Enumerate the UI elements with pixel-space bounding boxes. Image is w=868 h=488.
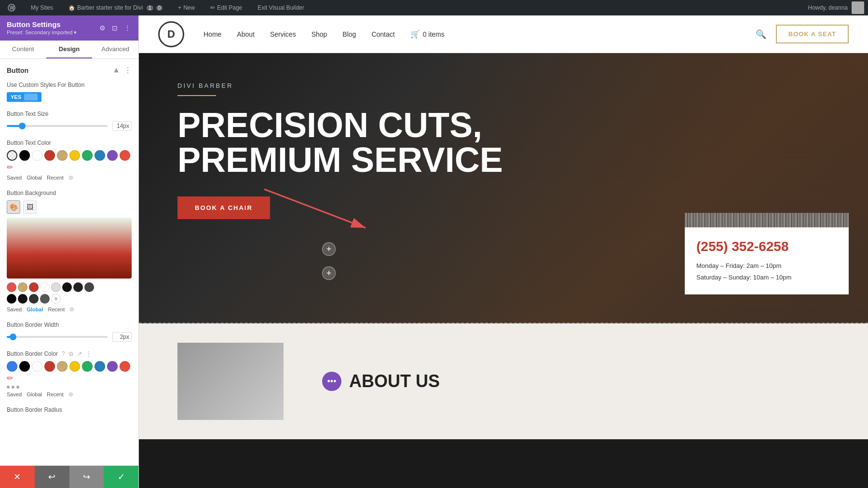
bg-swatch-gray[interactable] — [40, 294, 50, 304]
bg-swatch-darkgray1[interactable] — [73, 282, 83, 292]
section-collapse-icon[interactable]: ▲ — [112, 66, 120, 75]
text-size-thumb[interactable] — [19, 123, 26, 129]
border-color-green[interactable] — [82, 361, 93, 372]
bg-global[interactable]: Global — [27, 307, 43, 313]
border-color-highlight[interactable] — [7, 361, 17, 372]
bg-color-btn[interactable]: 🎨 — [7, 200, 20, 214]
border-color-gold[interactable] — [57, 361, 68, 372]
border-color-copy[interactable]: ⧉ — [69, 350, 73, 357]
border-width-value[interactable]: 2px — [112, 332, 132, 342]
border-color-pen-icon[interactable]: ✏ — [7, 374, 13, 383]
bg-swatch-darkgray2[interactable] — [84, 282, 94, 292]
hero-divider — [177, 95, 216, 96]
panel-expand-icon[interactable]: ⊡ — [110, 24, 119, 32]
save-button[interactable]: ✓ — [104, 466, 138, 488]
text-color-white[interactable] — [32, 150, 42, 161]
bg-swatch-nearblack[interactable] — [62, 282, 72, 292]
tab-design[interactable]: Design — [46, 41, 93, 58]
nav-about[interactable]: About — [237, 30, 255, 38]
nav-home[interactable]: Home — [203, 30, 221, 38]
main-layout: Button Settings Preset: Secondary import… — [0, 15, 868, 488]
edit-page-item[interactable]: ✏ Edit Page — [206, 0, 246, 15]
border-color-white[interactable] — [32, 361, 42, 372]
panel-settings-icon[interactable]: ⚙ — [98, 24, 107, 32]
border-color-black[interactable] — [19, 361, 30, 372]
text-color-transparent[interactable] — [7, 150, 17, 161]
border-color-purple[interactable] — [107, 361, 118, 372]
bg-swatch-add[interactable]: + — [51, 294, 61, 304]
bg-swatch-white[interactable] — [40, 282, 50, 292]
my-sites-item[interactable]: My Sites — [27, 0, 57, 15]
add-section-button-2[interactable]: + — [322, 266, 336, 280]
text-color-global[interactable]: Global — [27, 175, 42, 181]
bg-swatch-black3[interactable] — [29, 294, 39, 304]
text-size-value[interactable]: 14px — [112, 121, 132, 131]
section-more-icon[interactable]: ⋮ — [124, 66, 132, 75]
phone-number[interactable]: (255) 352-6258 — [696, 239, 837, 254]
border-recent[interactable]: Recent — [47, 391, 64, 398]
border-color-yellow[interactable] — [69, 361, 80, 372]
text-color-saved[interactable]: Saved — [7, 175, 22, 181]
bg-swatch-black1[interactable] — [7, 294, 16, 304]
bg-label: Button Background — [7, 190, 132, 196]
text-color-row: Button Text Color ✏ Saved Global — [7, 139, 132, 181]
nav-shop[interactable]: Shop — [312, 30, 327, 38]
book-seat-button[interactable]: BOOK A SEAT — [776, 25, 849, 43]
tab-content[interactable]: Content — [0, 41, 46, 58]
nav-contact[interactable]: Contact — [371, 30, 394, 38]
search-icon[interactable]: 🔍 — [756, 29, 766, 40]
cancel-button[interactable]: ✕ — [0, 466, 35, 488]
bg-image-btn[interactable]: 🖼 — [23, 200, 37, 214]
border-width-thumb[interactable] — [10, 334, 16, 340]
text-color-coral[interactable] — [120, 150, 130, 161]
text-color-purple[interactable] — [107, 150, 118, 161]
text-color-black[interactable] — [19, 150, 30, 161]
panel-close-icon[interactable]: ⋮ — [123, 24, 132, 32]
border-saved[interactable]: Saved — [7, 391, 22, 398]
bg-recent[interactable]: Recent — [48, 307, 65, 313]
site-nav: D Home About Services Shop Blog Contact … — [139, 15, 868, 53]
section-header: Button ▲ ⋮ — [7, 66, 132, 75]
add-btn-2-container: + — [322, 262, 336, 285]
text-color-recent[interactable]: Recent — [47, 175, 64, 181]
text-color-yellow[interactable] — [69, 150, 80, 161]
bg-color-picker[interactable] — [7, 218, 132, 279]
text-color-blue[interactable] — [95, 150, 105, 161]
text-color-red[interactable] — [44, 150, 55, 161]
text-color-green[interactable] — [82, 150, 93, 161]
exit-builder-item[interactable]: Exit Visual Builder — [254, 0, 308, 15]
text-color-pen-icon[interactable]: ✏ — [7, 163, 13, 172]
cart-area[interactable]: 🛒 0 items — [410, 29, 445, 39]
border-color-more[interactable]: ⋮ — [86, 350, 92, 357]
nav-services[interactable]: Services — [270, 30, 296, 38]
site-title-item[interactable]: 🏠 Barber starter site for Divi 1 0 — [65, 0, 166, 15]
bg-swatch-coral[interactable] — [7, 282, 16, 292]
wp-logo-item[interactable]: W — [4, 0, 19, 15]
border-color-red[interactable] — [44, 361, 55, 372]
border-global[interactable]: Global — [27, 391, 42, 398]
add-section-button-1[interactable]: + — [322, 242, 336, 256]
bg-swatch-lightgray[interactable] — [51, 282, 61, 292]
bg-swatch-red[interactable] — [29, 282, 39, 292]
right-content: D Home About Services Shop Blog Contact … — [139, 15, 868, 488]
text-color-gear[interactable]: ⚙ — [68, 175, 73, 181]
border-gear[interactable]: ⚙ — [68, 391, 73, 398]
bg-swatch-black2[interactable] — [18, 294, 27, 304]
bg-swatch-gold[interactable] — [18, 282, 27, 292]
border-color-coral[interactable] — [120, 361, 130, 372]
bg-small-swatches — [7, 282, 132, 292]
book-chair-button[interactable]: BOOK A CHAIR — [177, 196, 270, 219]
border-color-link[interactable]: ↗ — [77, 350, 82, 357]
tab-advanced[interactable]: Advanced — [92, 41, 138, 58]
custom-styles-toggle[interactable]: YES — [7, 92, 41, 102]
undo-button[interactable]: ↩ — [35, 466, 69, 488]
new-item[interactable]: + New — [174, 0, 199, 15]
redo-button[interactable]: ↪ — [69, 466, 104, 488]
panel-header-icons: ⚙ ⊡ ⋮ — [98, 24, 132, 32]
border-color-help[interactable]: ? — [62, 350, 65, 357]
bg-saved[interactable]: Saved — [7, 307, 22, 313]
text-color-gold[interactable] — [57, 150, 68, 161]
bg-gear[interactable]: ⚙ — [69, 307, 74, 313]
nav-blog[interactable]: Blog — [342, 30, 356, 38]
border-color-blue[interactable] — [95, 361, 105, 372]
